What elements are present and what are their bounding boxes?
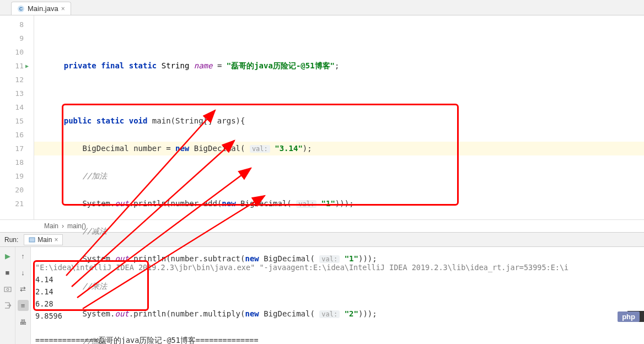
camera-icon[interactable] [2,283,13,294]
run-button[interactable]: ▶ [2,250,13,261]
run-tool-window: ▶ ■ ↑ ↓ ⇄ ≡ 🖶 "E:\idea\intelliJ IDEA 201… [0,247,644,344]
console-output[interactable]: "E:\idea\intelliJ IDEA 2019.2.3\jbr\bin\… [31,247,644,344]
editor-tab-bar: C Main.java × [0,0,644,15]
editor-area: 8 9 10 11▶ 12 13 14 15 16 17 18 19 20 21… [0,15,644,219]
svg-text:C: C [19,6,23,12]
editor-tab-main[interactable]: C Main.java × [11,2,71,15]
run-toolbar-outer: ▶ ■ [0,247,15,344]
run-config-icon [29,237,35,243]
code-editor[interactable]: private final static String name = "磊哥的j… [34,15,644,219]
up-icon[interactable]: ↑ [18,250,29,261]
java-class-icon: C [17,5,25,13]
gutter-run-icon[interactable]: ▶ [25,59,29,73]
svg-point-4 [7,288,9,291]
exit-icon[interactable] [2,300,13,311]
line-number-gutter: 8 9 10 11▶ 12 13 14 15 16 17 18 19 20 21 [0,15,34,219]
stop-button[interactable]: ■ [2,267,13,278]
run-toolbar-inner: ↑ ↓ ⇄ ≡ 🖶 [15,247,31,344]
run-label: Run: [4,236,18,244]
down-icon[interactable]: ↓ [18,267,29,278]
soft-wrap-icon[interactable]: ≡ [18,300,29,311]
svg-rect-3 [4,287,11,292]
print-icon[interactable]: 🖶 [18,316,29,327]
svg-rect-2 [29,238,35,242]
tab-filename: Main.java [28,4,58,13]
filter-icon[interactable]: ⇄ [18,283,29,294]
close-icon[interactable]: × [61,5,65,13]
watermark-php: php [618,311,640,322]
